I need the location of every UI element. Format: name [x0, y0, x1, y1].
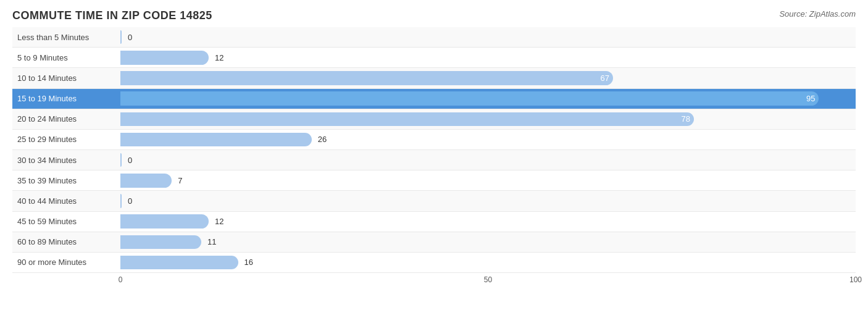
bar-fill: 78 [120, 112, 694, 127]
bar-value: 12 [212, 217, 223, 226]
bar-row: 15 to 19 Minutes95 [12, 89, 856, 109]
bar-value: 0 [125, 33, 132, 42]
bar-label: 20 to 24 Minutes [12, 114, 120, 124]
source-text: Source: ZipAtlas.com [779, 9, 856, 19]
bar-fill: 67 [120, 71, 613, 85]
bar-label: 10 to 14 Minutes [12, 73, 120, 83]
bar-value: 26 [315, 135, 327, 144]
bar-value: 12 [212, 53, 223, 62]
bar-fill: 0 [120, 153, 122, 167]
bar-track: 95 [120, 89, 856, 109]
bar-fill: 16 [120, 256, 238, 270]
bar-label: 25 to 29 Minutes [12, 135, 120, 144]
bar-row: 30 to 34 Minutes0 [12, 150, 856, 170]
chart-area: Less than 5 Minutes05 to 9 Minutes1210 t… [12, 27, 856, 292]
bar-value: 0 [125, 156, 132, 165]
bar-track: 0 [120, 150, 856, 170]
chart-container: COMMUTE TIME IN ZIP CODE 14825 Source: Z… [0, 0, 868, 323]
bar-fill: 95 [120, 91, 819, 106]
bar-track: 26 [120, 130, 856, 149]
bar-label: 90 or more Minutes [12, 258, 120, 267]
bar-track: 12 [120, 48, 856, 67]
bar-value: 16 [242, 258, 253, 267]
bar-value: 67 [598, 73, 609, 83]
bar-track: 7 [120, 170, 856, 190]
bar-row: 40 to 44 Minutes0 [12, 191, 856, 211]
bar-fill: 0 [120, 194, 122, 208]
x-tick: 50 [484, 275, 492, 284]
chart-title: COMMUTE TIME IN ZIP CODE 14825 [12, 9, 856, 22]
bar-track: 0 [120, 27, 856, 47]
bar-row: 60 to 89 Minutes11 [12, 232, 856, 253]
x-axis: 050100 [120, 273, 856, 292]
bar-value: 0 [125, 196, 132, 206]
bar-track: 78 [120, 109, 856, 129]
bar-row: 35 to 39 Minutes7 [12, 170, 856, 191]
bar-row: 5 to 9 Minutes12 [12, 48, 856, 68]
bar-fill: 0 [120, 30, 122, 44]
x-tick: 100 [849, 275, 862, 284]
bar-label: 5 to 9 Minutes [12, 53, 120, 62]
bar-label: 30 to 34 Minutes [12, 156, 120, 165]
bar-fill: 7 [120, 174, 172, 188]
bar-track: 67 [120, 68, 856, 88]
x-tick: 0 [119, 275, 123, 284]
bar-track: 16 [120, 253, 856, 272]
bar-row: 90 or more Minutes16 [12, 253, 856, 273]
bar-row: Less than 5 Minutes0 [12, 27, 856, 48]
bar-value: 11 [205, 237, 216, 246]
bar-label: 35 to 39 Minutes [12, 176, 120, 185]
bar-row: 20 to 24 Minutes78 [12, 109, 856, 130]
bar-track: 0 [120, 191, 856, 211]
bar-row: 45 to 59 Minutes12 [12, 212, 856, 232]
bar-track: 11 [120, 232, 856, 252]
bar-label: 40 to 44 Minutes [12, 196, 120, 206]
bar-value: 78 [679, 114, 690, 124]
bar-row: 25 to 29 Minutes26 [12, 130, 856, 150]
bar-label: 60 to 89 Minutes [12, 237, 120, 246]
bar-label: Less than 5 Minutes [12, 33, 120, 42]
bar-row: 10 to 14 Minutes67 [12, 68, 856, 88]
bar-value: 7 [175, 176, 182, 185]
bar-value: 95 [804, 94, 815, 103]
bars-section: Less than 5 Minutes05 to 9 Minutes1210 t… [12, 27, 856, 273]
bar-track: 12 [120, 212, 856, 232]
bar-label: 45 to 59 Minutes [12, 217, 120, 226]
bar-fill: 12 [120, 51, 209, 65]
bar-fill: 26 [120, 133, 312, 147]
bar-fill: 11 [120, 235, 201, 250]
bar-fill: 12 [120, 214, 209, 229]
bar-label: 15 to 19 Minutes [12, 94, 120, 103]
